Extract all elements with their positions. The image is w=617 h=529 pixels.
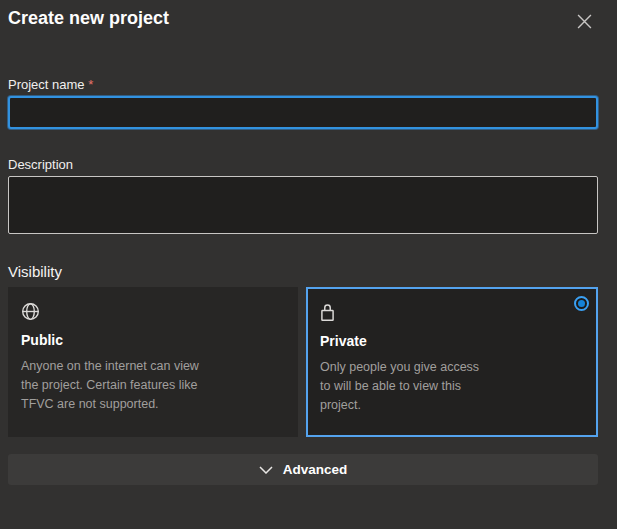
option-description: Anyone on the internet can view the proj… — [21, 357, 206, 414]
required-marker: * — [88, 77, 93, 92]
advanced-label: Advanced — [283, 462, 348, 477]
visibility-option-private[interactable]: Private Only people you give access to w… — [306, 287, 598, 437]
advanced-expander-button[interactable]: Advanced — [8, 454, 598, 485]
chevron-down-icon — [259, 466, 273, 474]
project-name-input[interactable] — [8, 96, 598, 129]
dialog-title: Create new project — [8, 8, 169, 29]
option-title: Public — [21, 332, 285, 348]
project-name-label: Project name * — [8, 77, 598, 92]
lock-icon — [320, 302, 584, 322]
project-name-label-text: Project name — [8, 77, 85, 92]
description-textarea[interactable] — [8, 176, 598, 234]
close-icon — [577, 14, 592, 29]
visibility-section-label: Visibility — [8, 263, 598, 280]
close-button[interactable] — [573, 10, 595, 32]
create-project-form: Project name * Description Visibility Pu… — [8, 77, 598, 485]
radio-dot — [578, 300, 585, 307]
description-label: Description — [8, 157, 598, 172]
option-description: Only people you give access to will be a… — [320, 358, 482, 415]
visibility-option-public[interactable]: Public Anyone on the internet can view t… — [8, 287, 298, 437]
private-selected-radio[interactable] — [574, 296, 589, 311]
option-title: Private — [320, 333, 584, 349]
visibility-options: Public Anyone on the internet can view t… — [8, 287, 598, 437]
globe-icon — [21, 301, 285, 321]
